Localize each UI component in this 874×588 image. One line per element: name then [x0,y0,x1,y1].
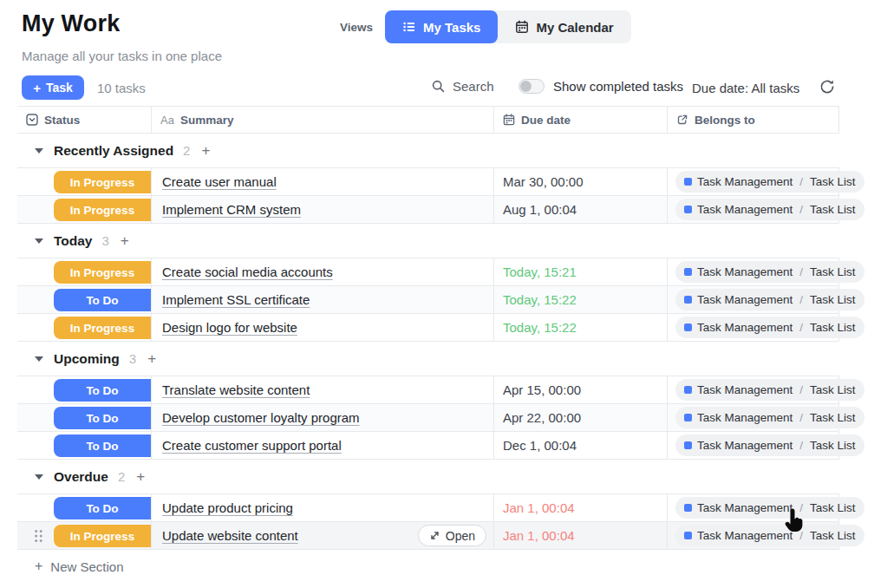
sections-container: Recently Assigned 2 + In Progress Create… [17,134,839,550]
due-date-cell[interactable]: Apr 22, 00:00 [494,404,668,431]
section-title[interactable]: Recently Assigned [54,143,173,159]
chevron-down-icon[interactable] [35,356,43,362]
section-add-task-icon[interactable]: + [201,142,210,160]
section-header: Upcoming 3 + [17,342,839,376]
belongs-separator: / [799,439,803,452]
board-color-dot [684,323,692,331]
belongs-to-pill[interactable]: Task Management / Task List [675,525,864,546]
status-badge[interactable]: To Do [54,379,151,402]
refresh-icon[interactable] [819,78,836,95]
section-header: Recently Assigned 2 + [17,134,839,168]
task-title-link[interactable]: Update product pricing [162,500,293,515]
belongs-to-pill[interactable]: Task Management / Task List [675,261,864,283]
section-title[interactable]: Overdue [54,469,108,485]
section-add-task-icon[interactable]: + [147,350,156,368]
status-badge[interactable]: In Progress [54,199,151,221]
task-title-link[interactable]: Create user manual [162,174,277,189]
open-button[interactable]: Open [418,525,486,546]
task-title-link[interactable]: Implement CRM system [162,202,301,217]
tab-my-tasks[interactable]: My Tasks [385,10,498,43]
status-badge[interactable]: To Do [54,497,151,519]
task-title-link[interactable]: Create social media accounts [162,265,333,279]
task-title-link[interactable]: Update website content [162,528,298,543]
belongs-to-pill[interactable]: Task Management / Task List [675,497,864,519]
due-date: Mar 30, 00:00 [503,174,584,189]
new-section-label: New Section [50,559,123,574]
belongs-to-pill[interactable]: Task Management / Task List [675,317,864,338]
drag-handle-icon[interactable] [34,529,43,543]
due-date-cell[interactable]: Mar 30, 00:00 [494,168,668,195]
status-badge[interactable]: In Progress [54,261,151,284]
section-header: Today 3 + [17,224,839,258]
chevron-down-icon[interactable] [35,148,43,154]
show-completed-toggle[interactable] [519,79,545,94]
column-header-belongs-to[interactable]: Belongs to [668,107,839,133]
task-title-link[interactable]: Create customer support portal [162,438,342,453]
status-badge[interactable]: In Progress [54,525,151,547]
task-title-link[interactable]: Design logo for website [162,320,297,335]
task-title-link[interactable]: Translate website content [162,382,310,397]
show-completed-label: Show completed tasks [553,79,683,94]
column-header-summary[interactable]: Aa Summary [152,107,494,133]
task-row: In Progress Update website content Open … [17,522,839,550]
views-tab-group: My Tasks My Calendar [385,10,631,43]
belongs-to-pill[interactable]: Task Management / Task List [675,407,864,428]
belongs-board: Task Management [697,529,792,542]
belongs-list: Task List [810,293,856,306]
belongs-separator: / [799,383,803,396]
belongs-to-pill[interactable]: Task Management / Task List [675,171,864,193]
tab-my-calendar[interactable]: My Calendar [498,10,630,43]
status-badge[interactable]: In Progress [54,317,151,339]
chevron-down-icon[interactable] [35,474,43,480]
board-color-dot [684,296,692,304]
due-date: Today, 15:22 [503,320,577,335]
section-count: 3 [102,233,109,248]
status-cell: To Do [17,286,152,313]
task-title-link[interactable]: Develop customer loyalty program [162,410,360,425]
section-count: 2 [118,469,125,484]
status-badge[interactable]: To Do [54,289,151,311]
section-title[interactable]: Upcoming [54,351,120,367]
belongs-to-pill[interactable]: Task Management / Task List [675,199,864,220]
section-title[interactable]: Today [54,233,93,249]
due-date-cell[interactable]: Today, 15:21 [494,258,668,285]
belongs-list: Task List [810,439,856,452]
column-header-status[interactable]: Status [17,107,152,133]
due-date: Apr 15, 00:00 [503,382,581,397]
chevron-down-icon[interactable] [35,238,43,244]
status-badge[interactable]: To Do [54,407,151,429]
column-label-status: Status [44,114,80,127]
status-cell: To Do [17,404,152,431]
add-task-button[interactable]: + Task [22,75,84,100]
column-header-due-date[interactable]: Due date [494,107,668,133]
due-date: Apr 22, 00:00 [503,410,581,425]
due-date-filter[interactable]: Due date: All tasks [692,81,799,95]
status-badge[interactable]: In Progress [54,171,151,193]
belongs-to-cell: Task Management / Task List [668,404,839,431]
section-add-task-icon[interactable]: + [136,468,145,486]
due-date-cell[interactable]: Jan 1, 00:04 [494,494,668,521]
show-completed-toggle-group[interactable]: Show completed tasks [519,79,683,94]
belongs-to-pill[interactable]: Task Management / Task List [675,434,864,456]
summary-cell: Create social media accounts [152,258,494,285]
belongs-to-pill[interactable]: Task Management / Task List [675,379,864,401]
section-add-task-icon[interactable]: + [121,232,129,250]
belongs-separator: / [799,203,803,216]
new-section-button[interactable]: + New Section [35,559,124,574]
belongs-to-cell: Task Management / Task List [668,522,839,549]
due-date-cell[interactable]: Today, 15:22 [494,314,668,341]
status-badge[interactable]: To Do [54,434,151,457]
belongs-board: Task Management [697,175,792,188]
due-date-cell[interactable]: Aug 1, 00:04 [494,196,668,223]
belongs-to-pill[interactable]: Task Management / Task List [675,289,864,310]
search-button[interactable]: Search [431,79,494,94]
due-date-cell[interactable]: Jan 1, 00:04 [494,522,668,549]
due-date-cell[interactable]: Dec 1, 00:04 [494,432,668,459]
due-date-cell[interactable]: Today, 15:22 [494,286,668,313]
page-title: My Work [22,10,120,37]
task-title-link[interactable]: Implement SSL certificate [162,292,310,307]
summary-cell: Implement CRM system [152,196,494,223]
task-section: Upcoming 3 + To Do Translate website con… [17,342,839,460]
due-date-cell[interactable]: Apr 15, 00:00 [494,376,668,403]
plus-icon: + [35,559,42,574]
